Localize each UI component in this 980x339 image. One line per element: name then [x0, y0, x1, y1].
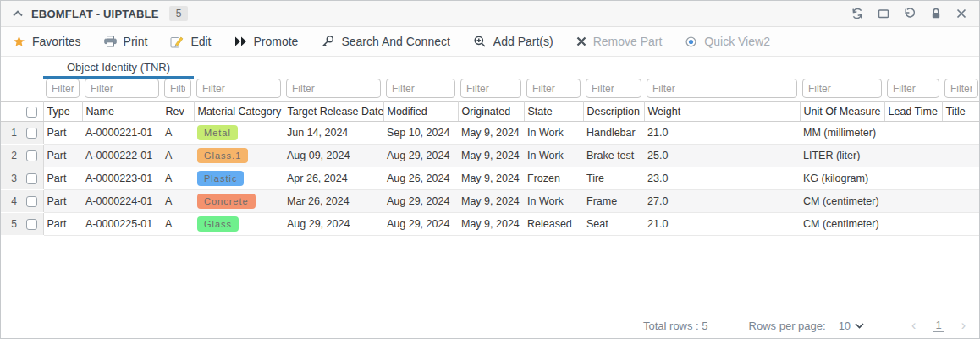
column-header-material-category[interactable]: Material Category [194, 102, 284, 122]
column-header-originated[interactable]: Originated [458, 102, 524, 122]
rows-per-page-label: Rows per page: [749, 320, 826, 332]
filter-input-title[interactable] [944, 79, 978, 98]
cell-lead-time [884, 122, 942, 145]
cell-title [942, 145, 980, 167]
cell-target-release-date: Aug 29, 2024 [284, 213, 383, 236]
cell-material-category: Glass [194, 213, 284, 236]
cell-modified: Aug 29, 2024 [383, 145, 458, 167]
filter-input-unit-of-measure[interactable] [802, 79, 882, 98]
edit-button[interactable]: Edit [170, 35, 211, 48]
row-number: 2 [1, 145, 21, 167]
column-header-lead-time[interactable]: Lead Time [884, 102, 942, 122]
favorites-button[interactable]: Favorites [13, 35, 81, 48]
material-badge: Plastic [197, 171, 244, 186]
cell-originated: May 9, 2024 [458, 190, 524, 213]
filter-input-name[interactable] [85, 79, 159, 98]
row-number: 4 [1, 190, 21, 213]
row-checkbox[interactable] [26, 128, 37, 139]
undo-icon[interactable] [903, 7, 917, 20]
print-button[interactable]: Print [104, 35, 148, 48]
edit-pencil-icon [170, 36, 184, 48]
cell-material-category: Plastic [194, 167, 284, 190]
cell-rev: A [162, 213, 194, 236]
filter-input-description[interactable] [586, 79, 641, 98]
row-checkbox[interactable] [26, 173, 37, 184]
search-and-connect-button[interactable]: Search And Connect [321, 35, 449, 48]
filter-input-state[interactable] [526, 79, 581, 98]
table-row[interactable]: 5 Part A-0000225-01 A Glass Aug 29, 2024… [1, 213, 980, 236]
cell-material-category: Glass.1 [194, 145, 284, 167]
column-header-description[interactable]: Description [583, 102, 644, 122]
promote-button[interactable]: Promote [234, 35, 299, 48]
column-header-target-release-date[interactable]: Target Release Date [284, 102, 383, 122]
column-header-weight[interactable]: Weight [644, 102, 800, 122]
cell-name: A-0000221-01 [82, 122, 162, 145]
header-checkbox-cell [21, 102, 43, 122]
cell-material-category: Metal [194, 122, 284, 145]
cell-type: Part [43, 145, 82, 167]
cell-state: Released [524, 213, 583, 236]
column-header-unit-of-measure[interactable]: Unit Of Measure [800, 102, 884, 122]
column-header-name[interactable]: Name [82, 102, 162, 122]
row-checkbox[interactable] [26, 219, 37, 230]
column-header-type[interactable]: Type [43, 102, 82, 122]
filter-input-originated[interactable] [460, 79, 521, 98]
toolbar-item-label: Print [124, 35, 148, 48]
page-title: EBOMFLAT - UIPTABLE [31, 8, 159, 20]
refresh-icon[interactable] [851, 7, 864, 20]
column-header-modified[interactable]: Modified [383, 102, 458, 122]
cell-originated: May 9, 2024 [458, 145, 524, 167]
toolbar: Favorites Print Edit Promote [1, 27, 979, 57]
filter-input-material-category[interactable] [196, 79, 281, 98]
cell-originated: May 9, 2024 [458, 167, 524, 190]
cell-state: In Work [524, 145, 583, 167]
cell-unit-of-measure: CM (centimeter) [800, 213, 884, 236]
quick-view2-button[interactable]: Quick View2 [685, 35, 770, 48]
column-header-state[interactable]: State [524, 102, 583, 122]
table-row[interactable]: 2 Part A-0000222-01 A Glass.1 Aug 09, 20… [1, 145, 980, 167]
rows-per-page-select[interactable]: 10 [839, 320, 864, 332]
total-rows-label: Total rows : 5 [643, 320, 708, 332]
cell-unit-of-measure: MM (millimeter) [800, 122, 884, 145]
filter-input-weight[interactable] [647, 79, 797, 98]
remove-part-button[interactable]: Remove Part [576, 35, 663, 48]
cell-modified: Sep 10, 2024 [383, 122, 458, 145]
cell-target-release-date: Aug 09, 2024 [284, 145, 383, 167]
filter-input-lead-time[interactable] [887, 79, 939, 98]
current-page[interactable]: 1 [933, 319, 944, 332]
star-icon [13, 36, 25, 47]
filter-spacer [21, 76, 43, 102]
table-row[interactable]: 1 Part A-0000221-01 A Metal Jun 14, 2024… [1, 122, 980, 145]
cell-state: Frozen [524, 167, 583, 190]
row-checkbox[interactable] [26, 196, 37, 207]
filter-input-rev[interactable] [164, 79, 191, 98]
table-row[interactable]: 4 Part A-0000224-01 A Concrete Mar 26, 2… [1, 190, 980, 213]
title-bar: EBOMFLAT - UIPTABLE 5 [1, 1, 979, 27]
restore-window-icon[interactable] [877, 7, 890, 20]
lock-icon[interactable] [929, 7, 943, 20]
printer-icon [104, 36, 117, 47]
column-header-title[interactable]: Title [942, 102, 980, 122]
next-page-button[interactable]: › [961, 319, 966, 332]
close-icon[interactable] [955, 8, 967, 19]
row-number: 1 [1, 122, 21, 145]
cell-name: A-0000222-01 [82, 145, 162, 167]
header-row-number [1, 102, 21, 122]
column-header-rev[interactable]: Rev [162, 102, 194, 122]
collapse-chevron-up-icon[interactable] [13, 10, 23, 17]
select-all-checkbox[interactable] [26, 107, 37, 118]
cell-unit-of-measure: LITER (liter) [800, 145, 884, 167]
filter-input-target-release-date[interactable] [286, 79, 381, 98]
cell-type: Part [43, 167, 82, 190]
filter-input-type[interactable] [46, 79, 80, 98]
filter-row [1, 76, 980, 102]
cell-weight: 25.0 [644, 145, 800, 167]
cell-unit-of-measure: CM (centimeter) [800, 190, 884, 213]
filter-input-modified[interactable] [386, 79, 455, 98]
prev-page-button[interactable]: ‹ [911, 319, 916, 332]
cell-type: Part [43, 213, 82, 236]
table-row[interactable]: 3 Part A-0000223-01 A Plastic Apr 26, 20… [1, 167, 980, 190]
radio-dot-icon [685, 36, 697, 48]
row-checkbox[interactable] [26, 150, 37, 161]
add-parts-button[interactable]: Add Part(s) [473, 35, 553, 48]
